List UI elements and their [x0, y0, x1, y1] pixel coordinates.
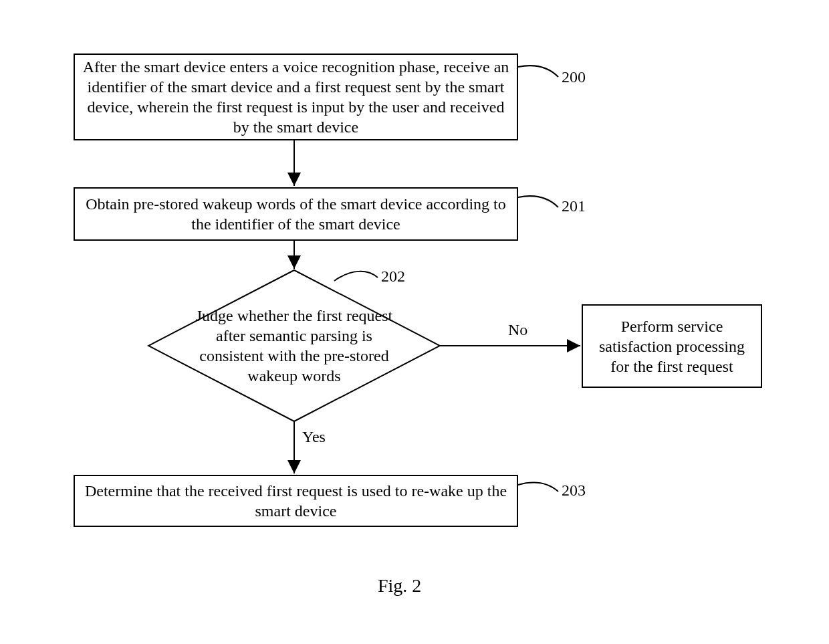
figure-caption: Fig. 2 — [378, 575, 421, 597]
flowchart-canvas: After the smart device enters a voice re… — [0, 0, 829, 644]
ref-203: 203 — [562, 481, 586, 500]
leader-203 — [0, 0, 829, 644]
